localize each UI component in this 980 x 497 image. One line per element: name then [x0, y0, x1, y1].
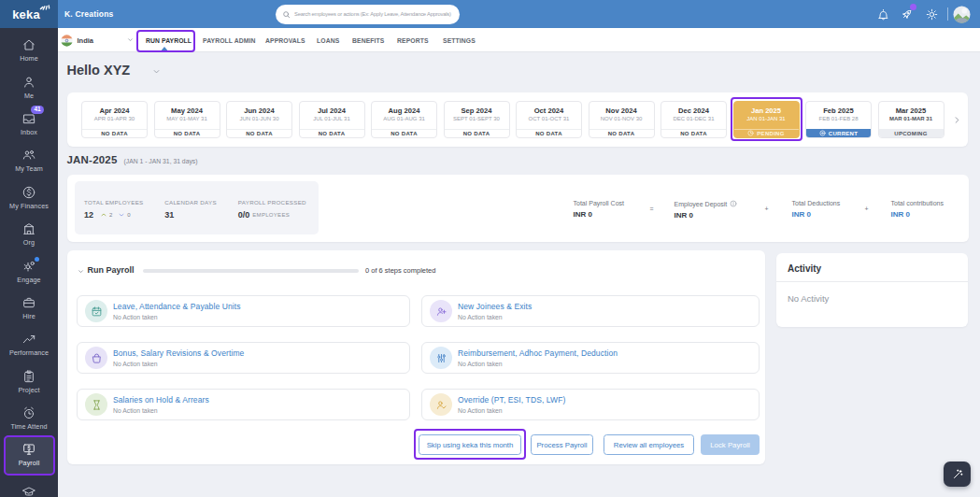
month-title: Nov 2024 [589, 106, 654, 115]
tab-benefits[interactable]: BENEFITS [352, 28, 384, 52]
lock-payroll-button[interactable]: Lock Payroll [701, 434, 760, 455]
user-icon [21, 75, 36, 90]
step-card-leave-attendance[interactable]: Leave, Attendance & Payable Units No Act… [77, 295, 410, 327]
step-title: Bonus, Salary Revisions & Overtime [113, 348, 244, 358]
search-box[interactable] [276, 5, 460, 24]
sidebar-item-performance[interactable]: Performance [0, 326, 58, 362]
months-next-icon[interactable] [952, 115, 962, 125]
month-range: SEPT 01-SEPT 30 [445, 116, 509, 121]
tab-loans[interactable]: LOANS [317, 28, 339, 52]
total-item: Employee Deposit INR 0 [675, 200, 738, 220]
tab-reports[interactable]: REPORTS [397, 28, 429, 52]
process-payroll-button[interactable]: Process Payroll [531, 434, 593, 455]
gear-icon[interactable] [925, 0, 939, 28]
greeting-chevron-icon[interactable] [151, 66, 162, 77]
arrow-down-icon [118, 211, 125, 219]
assistant-wand-button[interactable] [944, 462, 971, 487]
month-title: Dec 2024 [661, 106, 726, 115]
payroll-nav: India RUN PAYROLL PAYROLL ADMIN APPROVAL… [58, 28, 980, 52]
avatar[interactable] [953, 6, 971, 23]
month-card-sep-2024[interactable]: Sep 2024 SEPT 01-SEPT 30 NO DATA [444, 101, 510, 138]
sidebar-item-payroll[interactable]: Payroll [4, 436, 54, 473]
sidebar-item-org[interactable]: Org [0, 216, 58, 252]
step-title: Reimbursement, Adhoc Payment, Deduction [458, 348, 618, 358]
keka-logo[interactable]: keka [0, 0, 58, 28]
month-status: NO DATA [155, 129, 220, 138]
month-card-apr-2024[interactable]: Apr 2024 APR 01-APR 30 NO DATA [81, 101, 148, 138]
total-item: Total Payroll Cost INR 0 [574, 200, 624, 219]
sidebar: keka Home Me 41 Inbox My Team My Finance… [0, 0, 58, 497]
tab-approvals[interactable]: APPROVALS [265, 28, 305, 52]
month-card-dec-2024[interactable]: Dec 2024 DEC 01-DEC 31 NO DATA [660, 101, 727, 138]
step-card-reimbursement-adhoc[interactable]: Reimbursement, Adhoc Payment, Deduction … [421, 342, 760, 374]
total-label: Total contributions [891, 200, 944, 206]
bell-icon[interactable] [876, 0, 890, 28]
rocket-icon[interactable] [900, 0, 914, 28]
tab-payroll-admin[interactable]: PAYROLL ADMIN [203, 28, 255, 52]
bell-icon [876, 7, 890, 21]
employee-delta: 2 0 [100, 211, 131, 219]
step-title: Override (PT, ESI, TDS, LWF) [458, 395, 565, 405]
month-title: Sep 2024 [445, 106, 509, 115]
legal-entity-selector[interactable]: India [61, 28, 94, 52]
review-employees-button[interactable]: Review all employees [604, 434, 694, 455]
month-status: CURRENT [806, 129, 871, 138]
step-card-bonus-salary-revisions[interactable]: Bonus, Salary Revisions & Overtime No Ac… [77, 342, 410, 374]
activity-title: Activity [776, 253, 968, 274]
sidebar-item-hire[interactable]: Hire [0, 290, 58, 326]
period-title: JAN-2025 [67, 154, 118, 165]
sidebar-item-more[interactable] [0, 474, 58, 497]
topbar: K. Creations [58, 0, 980, 28]
chevron-down-icon[interactable] [126, 36, 135, 44]
month-title: Jan 2025 [734, 106, 799, 115]
skip-keka-button[interactable]: Skip using keka this month [419, 434, 521, 455]
month-card-mar-2025[interactable]: Mar 2025 MAR 01-MAR 31 UPCOMING [878, 101, 944, 138]
month-card-oct-2024[interactable]: Oct 2024 OCT 01-OCT 31 NO DATA [516, 101, 582, 138]
sidebar-item-my-finances[interactable]: My Finances [0, 179, 58, 216]
month-range: JUL 01-JUL 31 [300, 116, 364, 121]
collapse-chevron-icon[interactable] [77, 267, 85, 276]
activity-empty-text: No Activity [776, 282, 968, 304]
total-item: Total contributions INR 0 [891, 200, 944, 219]
sidebar-item-home[interactable]: Home [0, 32, 58, 68]
sidebar-item-my-team[interactable]: My Team [0, 142, 58, 178]
sidebar-item-me[interactable]: Me [0, 68, 58, 105]
sidebar-item-time-attend[interactable]: Time Attend [0, 400, 58, 436]
month-card-jun-2024[interactable]: Jun 2024 JUN 01-JUN 30 NO DATA [226, 101, 292, 138]
month-card-may-2024[interactable]: May 2024 MAY 01-MAY 31 NO DATA [154, 101, 220, 138]
step-card-salaries-on-hold[interactable]: Salaries on Hold & Arrears No Action tak… [77, 389, 410, 420]
sidebar-item-inbox[interactable]: 41 Inbox [0, 106, 58, 142]
tab-settings[interactable]: SETTINGS [443, 28, 476, 52]
search-input[interactable] [294, 11, 453, 17]
briefcase-icon [21, 295, 36, 310]
period-subtitle: (JAN 1 - JAN 31, 31 days) [124, 158, 198, 164]
sidebar-item-engage[interactable]: Engage [0, 252, 58, 289]
month-card-feb-2025[interactable]: Feb 2025 FEB 01-FEB 28 CURRENT [805, 101, 872, 138]
month-card-nov-2024[interactable]: Nov 2024 NOV 01-NOV 30 NO DATA [589, 101, 655, 138]
month-card-jul-2024[interactable]: Jul 2024 JUL 01-JUL 31 NO DATA [299, 101, 365, 138]
step-title: New Joinees & Exits [458, 302, 532, 311]
total-item: Total Deductions INR 0 [792, 200, 841, 219]
month-card-aug-2024[interactable]: Aug 2024 AUG 01-AUG 31 NO DATA [371, 101, 437, 138]
month-range: JAN 01-JAN 31 [734, 116, 799, 121]
step-card-new-joinees-exits[interactable]: New Joinees & Exits No Action taken [421, 295, 760, 327]
step-card-override[interactable]: Override (PT, ESI, TDS, LWF) No Action t… [421, 389, 760, 420]
step-status: No Action taken [113, 407, 209, 414]
steps-progress-label: 0 of 6 steps completed [365, 266, 435, 275]
step-status: No Action taken [113, 314, 241, 320]
run-payroll-panel: Run Payroll 0 of 6 steps completed Leave… [67, 250, 765, 464]
magic-wand-icon [951, 468, 964, 481]
months-strip: Apr 2024 APR 01-APR 30 NO DATA May 2024 … [67, 92, 968, 147]
india-flag-icon [61, 35, 73, 47]
sidebar-item-project[interactable]: Project [0, 363, 58, 400]
month-title: Apr 2024 [82, 106, 147, 115]
month-title: Feb 2025 [806, 106, 871, 115]
month-card-jan-2025[interactable]: Jan 2025 JAN 01-JAN 31 PENDING [733, 101, 800, 138]
chevron-right-icon [952, 115, 962, 125]
company-name: K. Creations [64, 0, 113, 28]
home-icon [21, 37, 36, 52]
step-icon-circle [430, 393, 452, 416]
run-payroll-title: Run Payroll [88, 265, 135, 275]
clock-icon [747, 130, 754, 136]
month-range: AUG 01-AUG 31 [372, 116, 436, 121]
